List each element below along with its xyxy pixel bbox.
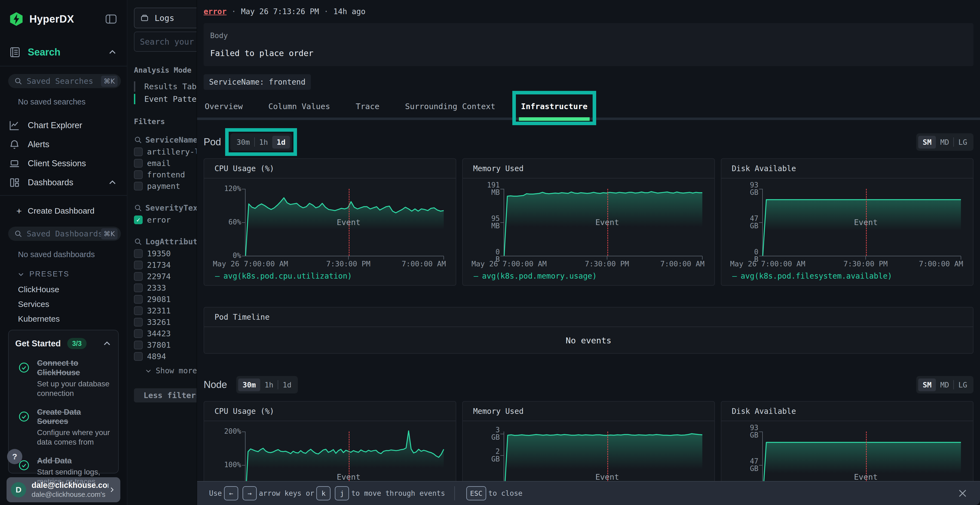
checkbox-checked-icon[interactable]: ✓: [134, 216, 143, 224]
line-chart[interactable]: 191 MB95 MB0 BEventMay 26 7:00:00 AM7:30…: [463, 178, 714, 281]
line-chart[interactable]: 93 GB47 GBEvent: [721, 421, 973, 481]
sidebar-item-alerts[interactable]: Alerts: [0, 135, 127, 154]
search-icon[interactable]: [134, 238, 142, 246]
sidebar-item-chart-explorer[interactable]: Chart Explorer: [0, 116, 127, 135]
sidebar-collapse-icon[interactable]: [105, 14, 117, 24]
filter-option[interactable]: ✓22974: [134, 271, 197, 282]
checkbox-icon[interactable]: ✓: [134, 260, 143, 269]
node-range-30m[interactable]: 30m: [238, 378, 260, 391]
node-range-1h[interactable]: 1h: [260, 378, 278, 391]
preset-services[interactable]: Services: [0, 297, 127, 311]
esc-key: ESC: [466, 486, 486, 500]
checkbox-icon[interactable]: ✓: [134, 284, 143, 292]
filter-option[interactable]: ✓ payment: [134, 181, 197, 192]
line-chart[interactable]: 120%60%0%EventMay 26 7:00:00 AM7:30:00 P…: [204, 178, 456, 281]
chevron-up-icon[interactable]: [102, 339, 111, 348]
saved-searches-field[interactable]: [27, 76, 101, 86]
chevron-up-icon[interactable]: [108, 48, 117, 57]
body-label: Body: [210, 31, 967, 40]
filter-option[interactable]: ✓ error: [134, 214, 197, 225]
tab-infrastructure[interactable]: Infrastructure: [520, 98, 589, 121]
tab-overview[interactable]: Overview: [204, 98, 244, 121]
close-icon[interactable]: [957, 488, 968, 499]
mode-results-table[interactable]: Results Table: [134, 80, 197, 93]
pod-title: Pod: [204, 136, 221, 148]
event-navigation-footer: Use ← → arrow keys or k j to move throug…: [197, 481, 980, 505]
service-name-tag[interactable]: ServiceName: frontend: [204, 74, 311, 90]
tab-surrounding-context[interactable]: Surrounding Context: [404, 98, 496, 121]
filter-option[interactable]: ✓4894: [134, 351, 197, 362]
search-filters-panel: Logs Analysis Mode Results Table Event P…: [127, 0, 197, 505]
search-icon: [14, 77, 22, 85]
tab-column-values[interactable]: Column Values: [267, 98, 331, 121]
pod-disk-chart-card: Disk Available 93 GB47 GB0 BEventMay 26 …: [721, 158, 974, 286]
preset-clickhouse[interactable]: ClickHouse: [0, 282, 127, 297]
filter-option[interactable]: ✓33261: [134, 317, 197, 327]
event-search-field[interactable]: [140, 37, 197, 46]
node-size-md[interactable]: MD: [936, 378, 954, 391]
filter-option[interactable]: ✓34423: [134, 328, 197, 339]
presets-toggle[interactable]: PRESETS: [0, 270, 127, 278]
pod-size-sm[interactable]: SM: [918, 136, 936, 149]
brand-row: HyperDX: [0, 0, 127, 26]
filter-option[interactable]: ✓19350: [134, 248, 197, 259]
node-charts-grid: CPU Usage (%) 200%100%Event Memory Used …: [204, 401, 974, 481]
node-range-1d[interactable]: 1d: [278, 378, 296, 391]
search-icon[interactable]: [134, 136, 142, 144]
user-account-card[interactable]: D dale@clickhouse.com dale@clickhouse.co…: [6, 477, 120, 502]
event-search-input[interactable]: [134, 32, 197, 52]
arrow-left-key: ←: [224, 486, 238, 500]
saved-dashboards-input[interactable]: ⌘K: [8, 227, 121, 241]
source-select[interactable]: Logs: [134, 8, 197, 28]
filter-option[interactable]: ✓ frontend: [134, 169, 197, 180]
mode-event-patterns[interactable]: Event Patterns: [134, 93, 197, 105]
checkbox-icon[interactable]: ✓: [134, 170, 143, 179]
filter-option[interactable]: ✓ email: [134, 158, 197, 169]
get-started-item-sources[interactable]: Create Data Sources Configure where your…: [15, 407, 111, 447]
sidebar-section-search[interactable]: Search: [0, 44, 127, 60]
get-started-item-connect[interactable]: Connect to ClickHouse Set up your databa…: [15, 358, 111, 398]
event-header: error · May 26 7:13:26 PM · 14h ago: [204, 7, 974, 16]
help-button[interactable]: ?: [7, 449, 22, 464]
checkbox-icon[interactable]: ✓: [134, 329, 143, 338]
search-icon[interactable]: [134, 204, 142, 212]
pod-size-lg[interactable]: LG: [954, 136, 972, 149]
node-size-sm[interactable]: SM: [918, 378, 936, 391]
filter-option[interactable]: ✓2333: [134, 283, 197, 293]
filter-option[interactable]: ✓21734: [134, 260, 197, 270]
checkbox-icon[interactable]: ✓: [134, 272, 143, 281]
show-more-button[interactable]: Show more: [141, 366, 197, 375]
checkbox-icon[interactable]: ✓: [134, 306, 143, 315]
pod-range-30m[interactable]: 30m: [232, 136, 254, 149]
node-size-lg[interactable]: LG: [954, 378, 972, 391]
chevron-up-icon[interactable]: [108, 178, 117, 187]
pod-range-1d[interactable]: 1d: [272, 136, 290, 149]
less-filters-button[interactable]: Less filters: [134, 388, 197, 402]
checkbox-icon[interactable]: ✓: [134, 295, 143, 304]
filter-option[interactable]: ✓29081: [134, 294, 197, 305]
filter-option[interactable]: ✓32311: [134, 305, 197, 316]
create-dashboard-button[interactable]: + Create Dashboard: [0, 203, 127, 219]
line-chart[interactable]: 200%100%Event: [204, 421, 456, 481]
pod-size-md[interactable]: MD: [936, 136, 954, 149]
checkbox-icon[interactable]: ✓: [134, 318, 143, 327]
checkbox-icon[interactable]: ✓: [134, 341, 143, 349]
filter-option[interactable]: ✓ artillery-loa: [134, 146, 197, 157]
saved-dashboards-field[interactable]: [27, 229, 101, 238]
preset-kubernetes[interactable]: Kubernetes: [0, 311, 127, 326]
tab-trace[interactable]: Trace: [355, 98, 380, 121]
checkbox-icon[interactable]: ✓: [134, 148, 143, 156]
search-icon: [14, 230, 22, 238]
checkbox-icon[interactable]: ✓: [134, 182, 143, 191]
pod-range-1h[interactable]: 1h: [255, 136, 272, 149]
hyperdx-logo-icon: [9, 12, 24, 26]
sidebar-item-dashboards[interactable]: Dashboards: [0, 173, 127, 192]
filter-option[interactable]: ✓37801: [134, 340, 197, 351]
line-chart[interactable]: 3 GB2 GBEvent: [463, 421, 714, 481]
sidebar-item-client-sessions[interactable]: Client Sessions: [0, 154, 127, 173]
line-chart[interactable]: 93 GB47 GB0 BEventMay 26 7:00:00 AM7:30:…: [721, 178, 973, 281]
checkbox-icon[interactable]: ✓: [134, 352, 143, 361]
checkbox-icon[interactable]: ✓: [134, 249, 143, 258]
saved-searches-input[interactable]: ⌘K: [8, 74, 121, 88]
checkbox-icon[interactable]: ✓: [134, 159, 143, 168]
